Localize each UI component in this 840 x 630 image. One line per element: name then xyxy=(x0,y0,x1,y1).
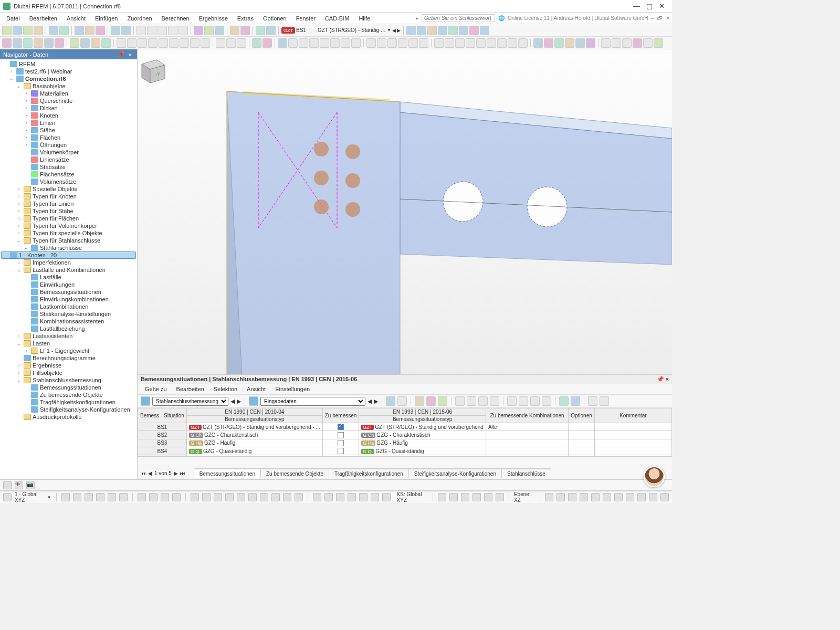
draw-s2-icon[interactable] xyxy=(127,38,136,48)
panel-t6-icon[interactable] xyxy=(455,396,465,406)
vw11-icon[interactable] xyxy=(660,493,669,501)
pager-prev-icon[interactable]: ◀ xyxy=(148,470,152,476)
tree-knoten[interactable]: Knoten xyxy=(40,112,58,119)
vw5-icon[interactable] xyxy=(591,493,600,501)
vw6-icon[interactable] xyxy=(603,493,611,501)
navigator-pin-icon[interactable]: 📌 xyxy=(115,51,127,58)
pager-next-icon[interactable]: ▶ xyxy=(174,470,178,476)
st14-icon[interactable] xyxy=(225,493,234,501)
panel-t3-icon[interactable] xyxy=(415,396,424,406)
panel-t5-icon[interactable] xyxy=(438,396,447,406)
support-avatar[interactable] xyxy=(644,466,665,487)
snap1-icon[interactable] xyxy=(438,493,446,501)
tree-volumensaetze[interactable]: Volumensätze xyxy=(40,178,76,185)
snap5-icon[interactable] xyxy=(484,493,492,501)
menu-einfuegen[interactable]: Einfügen xyxy=(91,14,122,23)
panel-menu-selektion[interactable]: Selektion xyxy=(209,385,242,393)
panel-menu-gehezu[interactable]: Gehe zu xyxy=(141,385,171,393)
panel-t2-icon[interactable] xyxy=(397,396,407,406)
st6-icon[interactable] xyxy=(119,493,128,501)
st19-icon[interactable] xyxy=(283,493,291,501)
st16-icon[interactable] xyxy=(248,493,257,501)
panel-t11-icon[interactable] xyxy=(519,396,528,406)
menu-zuordnen[interactable]: Zuordnen xyxy=(123,14,156,23)
tree-volumenkoerper[interactable]: Volumenkörper xyxy=(40,149,79,155)
panel-close-button[interactable]: × xyxy=(666,376,669,383)
tool-copy-icon[interactable] xyxy=(85,26,94,35)
st2-icon[interactable] xyxy=(73,493,81,501)
snap6-icon[interactable] xyxy=(496,493,504,501)
tree-liniensaetze[interactable]: Liniensätze xyxy=(40,156,69,163)
snap3-icon[interactable] xyxy=(461,493,469,501)
design-checkbox[interactable] xyxy=(338,432,344,438)
tree-ergebnisse[interactable]: Ergebnisse xyxy=(33,362,61,369)
tree-imperfektionen[interactable]: Imperfektionen xyxy=(33,259,71,266)
panel-t15-icon[interactable] xyxy=(571,396,580,406)
tab-tragfaehigkeit[interactable]: Tragfähigkeitskonfigurationen xyxy=(329,469,409,478)
tree-querschnitte[interactable]: Querschnitte xyxy=(40,98,72,104)
design-situations-table[interactable]: Bemess.- Situation EN 1990 | CEN | 2010-… xyxy=(138,408,672,457)
st4-icon[interactable] xyxy=(96,493,104,501)
camera-icon[interactable]: 📷 xyxy=(26,481,35,489)
pager-first-icon[interactable]: ⏮ xyxy=(141,470,146,476)
tool-save-icon[interactable] xyxy=(49,26,58,35)
st23-icon[interactable] xyxy=(336,493,344,501)
draw-member-icon[interactable] xyxy=(23,38,33,48)
tool-cut-icon[interactable] xyxy=(75,26,84,35)
st17-icon[interactable] xyxy=(260,493,268,501)
tree-lf1[interactable]: LF1 - Eigengewicht xyxy=(40,348,89,354)
tool-new-icon[interactable] xyxy=(2,26,12,35)
tree-lastassistenten[interactable]: Lastassistenten xyxy=(33,333,72,339)
tree-oeffnungen[interactable]: Öffnungen xyxy=(40,142,67,148)
panel-t8-icon[interactable] xyxy=(478,396,488,406)
st3-icon[interactable] xyxy=(85,493,93,501)
panel-next2-icon[interactable]: ▶ xyxy=(374,398,378,405)
panel-menu-einstellungen[interactable]: Einstellungen xyxy=(271,385,314,393)
st25-icon[interactable] xyxy=(359,493,368,501)
draw-s4-icon[interactable] xyxy=(148,38,158,48)
draw-surface-icon[interactable] xyxy=(34,38,43,48)
tree-typen-stahl[interactable]: Typen für Stahlanschlüsse xyxy=(33,237,100,244)
tool-grid2-icon[interactable] xyxy=(147,26,156,35)
st8-icon[interactable] xyxy=(149,493,158,501)
tree-sb-tragfaehigkeit[interactable]: Tragfähigkeitskonfigurationen xyxy=(40,399,116,405)
tree-lastfaelle-komb[interactable]: Lastfälle und Kombinationen xyxy=(33,267,106,273)
st27-icon[interactable] xyxy=(382,493,391,501)
tree-lastfallbeziehung[interactable]: Lastfallbeziehung xyxy=(40,326,85,332)
vw8-icon[interactable] xyxy=(626,493,634,501)
tree-stahlanschluesse[interactable]: Stahlanschlüsse xyxy=(40,245,82,251)
vw1-icon[interactable] xyxy=(545,493,553,501)
tree-file-test2[interactable]: test2.rf6 | Webinar xyxy=(25,68,72,75)
menu-ansicht[interactable]: Ansicht xyxy=(62,14,90,23)
vw10-icon[interactable] xyxy=(649,493,657,501)
status-cs-chevron-icon[interactable]: ▼ xyxy=(47,495,51,500)
tree-bemessungssituationen[interactable]: Bemessungssituationen xyxy=(40,289,101,295)
tree-spezielle-objekte[interactable]: Spezielle Objekte xyxy=(33,186,78,192)
panel-prev2-icon[interactable]: ◀ xyxy=(368,398,372,405)
menu-datei[interactable]: Datei xyxy=(2,14,24,23)
st10-icon[interactable] xyxy=(172,493,181,501)
vw3-icon[interactable] xyxy=(568,493,576,501)
draw-node-icon[interactable] xyxy=(2,38,12,48)
draw-opening-icon[interactable] xyxy=(44,38,54,48)
tree-typen-spezielle[interactable]: Typen für spezielle Objekte xyxy=(33,230,102,236)
table-row[interactable]: BS3 G HäGZG - Häufig G HäGZG - Häufig xyxy=(138,439,672,447)
tool-redo-icon[interactable] xyxy=(121,26,131,35)
st26-icon[interactable] xyxy=(371,493,379,501)
tree-berechnungsdiag[interactable]: Berechnungsdiagramme xyxy=(33,355,96,361)
tree-statikanalyse[interactable]: Statikanalyse-Einstellungen xyxy=(40,311,111,317)
tree-einwirkungen[interactable]: Einwirkungen xyxy=(40,281,75,288)
st9-icon[interactable] xyxy=(161,493,169,501)
panel-t17-icon[interactable] xyxy=(600,396,609,406)
design-checkbox[interactable] xyxy=(338,424,344,430)
tree-staebe[interactable]: Stäbe xyxy=(40,127,55,133)
panel-pin-icon[interactable]: 📌 xyxy=(657,376,664,383)
table-row[interactable]: BS1 GZTGZT (STR/GEO) - Ständig und vorüb… xyxy=(138,423,672,431)
draw-s3-icon[interactable] xyxy=(138,38,147,48)
st5-icon[interactable] xyxy=(108,493,116,501)
draw-set3-icon[interactable] xyxy=(91,38,100,48)
st15-icon[interactable] xyxy=(237,493,245,501)
tree-lastfaelle[interactable]: Lastfälle xyxy=(40,274,61,280)
tool-wizard-icon[interactable] xyxy=(23,26,33,35)
tree-lasten[interactable]: Lasten xyxy=(33,340,50,346)
